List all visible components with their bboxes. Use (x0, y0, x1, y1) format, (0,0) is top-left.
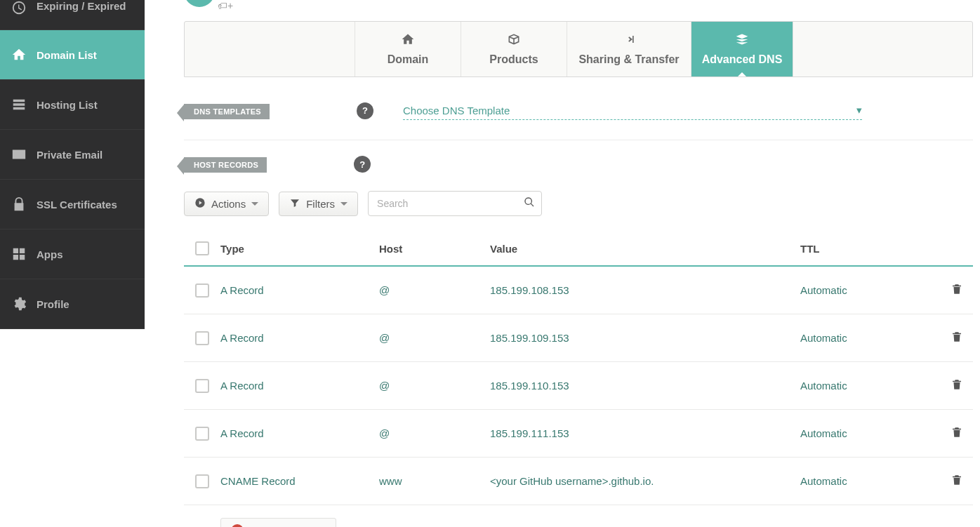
cell-host[interactable]: @ (379, 380, 490, 392)
domain-header: 🏷︎+ (184, 0, 973, 14)
section-dns-templates: DNS TEMPLATES ? Choose DNS Template ▾ (184, 101, 973, 120)
cell-ttl[interactable]: Automatic (800, 284, 927, 296)
row-checkbox[interactable] (195, 331, 209, 345)
col-header-ttl: TTL (800, 243, 927, 255)
table-row: A Record@185.199.109.153Automatic (184, 314, 973, 362)
delete-button[interactable] (951, 425, 963, 441)
delete-button[interactable] (951, 330, 963, 346)
cell-host[interactable]: @ (379, 332, 490, 344)
sidebar-item-label: Apps (37, 248, 63, 260)
search-input[interactable] (368, 191, 542, 216)
delete-button[interactable] (951, 282, 963, 298)
section-chip: HOST RECORDS (184, 157, 267, 173)
cell-type[interactable]: A Record (220, 380, 379, 392)
help-button[interactable]: ? (354, 156, 371, 173)
chevron-down-icon: ▾ (856, 104, 862, 116)
sidebar: Expiring / Expired Domain List Hosting L… (0, 0, 145, 329)
tabs: Domain Products Sharing & Transfer Advan… (184, 21, 973, 77)
table-row: A Record@185.199.108.153Automatic (184, 267, 973, 314)
box-icon (506, 32, 522, 49)
sidebar-item-private-email[interactable]: Private Email (0, 130, 145, 180)
tab-advanced-dns[interactable]: Advanced DNS (691, 22, 793, 76)
sidebar-item-label: SSL Certificates (37, 199, 117, 211)
cell-ttl[interactable]: Automatic (800, 332, 927, 344)
sidebar-item-label: Hosting List (37, 99, 98, 111)
cell-value[interactable]: 185.199.108.153 (490, 284, 800, 296)
help-button[interactable]: ? (357, 102, 373, 119)
cell-value[interactable]: 185.199.109.153 (490, 332, 800, 344)
tab-products[interactable]: Products (461, 22, 567, 76)
sidebar-item-label: Expiring / Expired (37, 0, 126, 12)
sidebar-item-expiring[interactable]: Expiring / Expired (0, 0, 145, 30)
row-checkbox[interactable] (195, 283, 209, 298)
dns-template-select[interactable]: Choose DNS Template ▾ (403, 101, 862, 120)
row-checkbox[interactable] (195, 474, 209, 488)
add-new-record-button[interactable]: + ADD NEW RECORD (220, 518, 336, 527)
delete-button[interactable] (951, 473, 963, 489)
home-icon (11, 47, 27, 62)
search-icon[interactable] (524, 196, 535, 211)
plus-icon: + (231, 524, 244, 527)
table-row: A Record@185.199.111.153Automatic (184, 410, 973, 458)
filters-button[interactable]: Filters (279, 192, 358, 216)
main-content: 🏷︎+ Domain Products Sharing & Transfer A… (145, 0, 980, 527)
play-icon (194, 197, 206, 211)
actions-button[interactable]: Actions (184, 192, 269, 216)
clock-icon (11, 0, 27, 15)
tab-label: Products (489, 53, 538, 66)
sidebar-item-profile[interactable]: Profile (0, 279, 145, 329)
lock-icon (11, 196, 27, 212)
chevron-down-icon (251, 202, 258, 209)
cell-type[interactable]: A Record (220, 332, 379, 344)
sidebar-item-ssl[interactable]: SSL Certificates (0, 180, 145, 229)
filter-icon (289, 197, 300, 211)
col-header-value: Value (490, 243, 800, 255)
select-all-checkbox[interactable] (195, 241, 209, 255)
apps-icon (11, 246, 27, 262)
table-header: Type Host Value TTL (184, 232, 973, 267)
server-icon (11, 97, 27, 112)
button-label: Filters (306, 198, 335, 210)
button-label: Actions (211, 198, 246, 210)
row-checkbox[interactable] (195, 427, 209, 441)
chevron-down-icon (340, 202, 347, 209)
share-icon (621, 32, 637, 49)
tab-label: Domain (388, 53, 429, 66)
cell-type[interactable]: A Record (220, 284, 379, 296)
cell-value[interactable]: 185.199.111.153 (490, 427, 800, 439)
sidebar-item-label: Domain List (37, 49, 97, 61)
add-record-wrap: + ADD NEW RECORD (184, 505, 973, 527)
sidebar-item-apps[interactable]: Apps (0, 229, 145, 279)
home-icon (400, 32, 416, 49)
col-header-type: Type (220, 243, 379, 255)
cell-host[interactable]: @ (379, 427, 490, 439)
row-checkbox[interactable] (195, 379, 209, 393)
tab-sharing[interactable]: Sharing & Transfer (567, 22, 691, 76)
cell-ttl[interactable]: Automatic (800, 380, 927, 392)
toolbar: Actions Filters (184, 191, 973, 216)
sidebar-item-domain-list[interactable]: Domain List (0, 30, 145, 80)
dns-template-label: Choose DNS Template (403, 105, 510, 116)
section-chip: DNS TEMPLATES (184, 104, 270, 119)
sidebar-item-label: Profile (37, 298, 69, 310)
cell-host[interactable]: www (379, 475, 490, 487)
cell-type[interactable]: CNAME Record (220, 475, 379, 487)
delete-button[interactable] (951, 378, 963, 394)
cell-type[interactable]: A Record (220, 427, 379, 439)
table-row: A Record@185.199.110.153Automatic (184, 362, 973, 410)
cell-ttl[interactable]: Automatic (800, 475, 927, 487)
sidebar-item-label: Private Email (37, 149, 102, 161)
host-records-table: Type Host Value TTL A Record@185.199.108… (184, 232, 973, 505)
gear-icon (11, 296, 27, 312)
sidebar-item-hosting-list[interactable]: Hosting List (0, 80, 145, 130)
tab-label: Sharing & Transfer (578, 53, 679, 66)
tab-label: Advanced DNS (702, 53, 783, 66)
cell-value[interactable]: 185.199.110.153 (490, 380, 800, 392)
mail-icon (11, 147, 27, 162)
cell-ttl[interactable]: Automatic (800, 427, 927, 439)
tag-add-icon[interactable]: 🏷︎+ (218, 0, 233, 11)
cell-value[interactable]: <your GitHub username>.github.io. (490, 475, 800, 487)
section-host-records: HOST RECORDS ? (184, 156, 973, 173)
tab-domain[interactable]: Domain (355, 22, 461, 76)
cell-host[interactable]: @ (379, 284, 490, 296)
